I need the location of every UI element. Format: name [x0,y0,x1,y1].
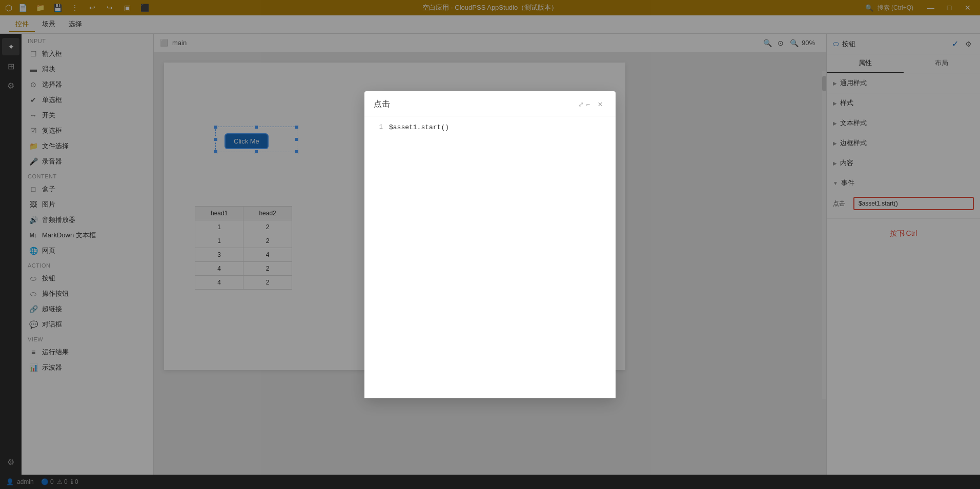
modal-corner-icon: ⌐ [586,100,590,108]
modal-body: 1 $asset1.start() [364,116,616,398]
line-code-1: $asset1.start() [389,124,449,131]
modal-overlay[interactable]: 点击 ⤢ ⌐ × 1 $asset1.start() [0,0,980,489]
modal-header: 点击 ⤢ ⌐ × [364,91,616,116]
modal-close-button[interactable]: × [594,98,606,111]
line-number-1: 1 [373,124,383,131]
modal-header-icons: ⤢ ⌐ × [578,98,606,111]
code-editor[interactable]: 1 $asset1.start() [364,116,616,398]
code-line-1: 1 $asset1.start() [364,123,616,132]
modal: 点击 ⤢ ⌐ × 1 $asset1.start() [364,91,616,398]
modal-title: 点击 [374,99,390,110]
modal-resize-icon[interactable]: ⤢ [578,100,584,108]
